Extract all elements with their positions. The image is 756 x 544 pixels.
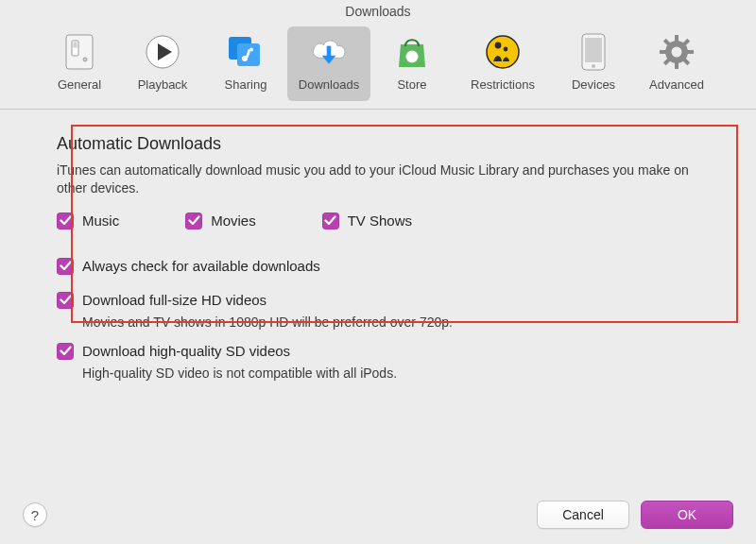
tab-downloads[interactable]: Downloads (287, 26, 370, 101)
svg-rect-21 (675, 35, 679, 42)
checkbox-label: Movies (211, 212, 256, 229)
checkbox-movies[interactable]: Movies (185, 212, 256, 230)
restrictions-icon (483, 32, 523, 72)
checkbox-sd-videos[interactable]: Download high-quality SD videos (57, 343, 699, 360)
svg-point-13 (406, 51, 419, 63)
tab-label: Sharing (225, 77, 267, 92)
tab-label: Restrictions (471, 77, 535, 92)
svg-point-16 (504, 47, 508, 52)
cancel-button[interactable]: Cancel (537, 501, 629, 529)
tab-advanced[interactable]: Advanced (635, 26, 718, 101)
content-pane: Automatic Downloads iTunes can automatic… (0, 110, 756, 485)
checkbox-hd-videos[interactable]: Download full-size HD videos (57, 292, 699, 309)
svg-point-14 (487, 36, 519, 68)
svg-rect-11 (327, 46, 332, 57)
playback-icon (143, 32, 182, 72)
gear-icon (657, 32, 696, 72)
tab-store[interactable]: Store (370, 26, 454, 101)
svg-rect-18 (585, 38, 602, 62)
automatic-downloads-desc: iTunes can automatically download music … (57, 162, 699, 197)
checkbox-label: Download high-quality SD videos (82, 343, 290, 359)
tab-playback[interactable]: Playback (121, 26, 204, 101)
tab-label: Playback (138, 77, 188, 92)
svg-point-3 (83, 58, 87, 61)
checkbox-label: Music (82, 212, 119, 229)
ok-button[interactable]: OK (641, 501, 733, 529)
window-title: Downloads (0, 0, 756, 25)
hd-videos-desc: Movies and TV shows in 1080p HD will be … (82, 314, 699, 330)
tab-label: General (58, 77, 101, 92)
svg-rect-0 (66, 35, 93, 69)
store-icon (392, 32, 432, 72)
checkbox-always-check[interactable]: Always check for available downloads (57, 258, 699, 275)
tab-label: Downloads (299, 77, 359, 92)
svg-point-19 (592, 64, 595, 68)
svg-rect-24 (686, 50, 694, 54)
checkmark-icon (57, 258, 74, 275)
svg-marker-12 (322, 56, 336, 64)
svg-rect-2 (74, 42, 77, 48)
devices-icon (574, 32, 613, 72)
checkbox-label: Download full-size HD videos (82, 292, 266, 308)
sd-videos-desc: High-quality SD video is not compatible … (82, 366, 699, 381)
tab-label: Store (397, 77, 426, 92)
checkmark-icon (57, 343, 74, 360)
sharing-icon (226, 32, 266, 72)
toolbar: General Playback (0, 25, 756, 110)
general-icon (60, 32, 99, 72)
help-button[interactable]: ? (23, 502, 47, 527)
svg-rect-23 (660, 50, 667, 54)
svg-point-15 (495, 42, 502, 49)
checkbox-label: Always check for available downloads (82, 258, 320, 274)
tab-label: Devices (572, 77, 615, 92)
preferences-window: Downloads General Playback (0, 0, 756, 544)
automatic-downloads-title: Automatic Downloads (57, 134, 699, 154)
checkmark-icon (57, 292, 74, 309)
checkbox-tv-shows[interactable]: TV Shows (322, 212, 412, 230)
svg-point-29 (672, 47, 682, 58)
checkmark-icon (322, 212, 339, 230)
footer: ? Cancel OK (0, 485, 756, 544)
tab-sharing[interactable]: Sharing (204, 26, 287, 101)
svg-point-10 (249, 48, 253, 52)
svg-rect-22 (675, 61, 679, 69)
downloads-icon (309, 32, 349, 72)
checkmark-icon (57, 212, 74, 230)
auto-download-options: Music Movies TV Shows (57, 212, 699, 230)
tab-label: Advanced (649, 77, 704, 92)
tab-devices[interactable]: Devices (552, 26, 635, 101)
tab-general[interactable]: General (38, 26, 121, 101)
checkmark-icon (185, 212, 202, 230)
tab-restrictions[interactable]: Restrictions (454, 26, 552, 101)
checkbox-label: TV Shows (348, 212, 412, 229)
checkbox-music[interactable]: Music (57, 212, 119, 230)
